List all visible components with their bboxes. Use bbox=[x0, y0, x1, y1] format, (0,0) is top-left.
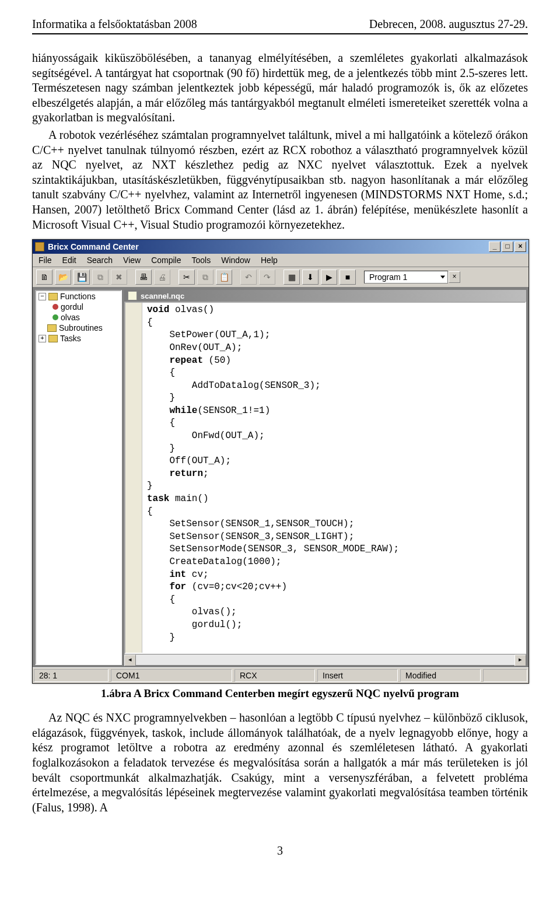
editor-window: scannel.nqc void olvas() { SetPower(OUT_… bbox=[124, 290, 526, 665]
close-button[interactable]: × bbox=[514, 242, 526, 252]
tree-item-olvas[interactable]: olvas bbox=[36, 312, 121, 323]
menu-file[interactable]: File bbox=[38, 256, 52, 265]
figure-caption: 1.ábra A Bricx Command Centerben megírt … bbox=[32, 687, 528, 700]
save-button[interactable]: 💾 bbox=[74, 270, 90, 285]
scroll-left-button[interactable]: ◂ bbox=[124, 654, 136, 666]
folder-icon bbox=[48, 293, 58, 300]
redo-button[interactable]: ↷ bbox=[259, 270, 275, 285]
scroll-right-button[interactable]: ▸ bbox=[514, 654, 526, 666]
print-preview-button[interactable]: 🖶 bbox=[135, 270, 152, 285]
menu-search[interactable]: Search bbox=[87, 256, 113, 265]
tree-tasks[interactable]: + Tasks bbox=[36, 333, 121, 344]
menu-compile[interactable]: Compile bbox=[151, 256, 181, 265]
code-editor[interactable]: void olvas() { SetPower(OUT_A,1); OnRev(… bbox=[124, 302, 526, 654]
folder-icon bbox=[48, 335, 58, 342]
header-right: Debrecen, 2008. augusztus 27-29. bbox=[369, 18, 528, 31]
bricx-window: Bricx Command Center _ □ × File Edit Sea… bbox=[32, 239, 529, 684]
app-icon bbox=[35, 242, 44, 251]
gutter bbox=[125, 303, 142, 653]
saveall-button[interactable]: ⧉ bbox=[92, 270, 108, 285]
tree-functions[interactable]: − Functions bbox=[36, 291, 121, 302]
close-doc-button[interactable]: ✖ bbox=[111, 270, 127, 285]
body-paragraph-1: hiányosságaik kiküszöbölésében, a tanany… bbox=[32, 51, 528, 125]
tree-label-functions: Functions bbox=[60, 292, 96, 301]
undo-button[interactable]: ↶ bbox=[240, 270, 257, 285]
run-button[interactable]: ▶ bbox=[321, 270, 337, 285]
function-icon bbox=[52, 304, 58, 310]
copy-button[interactable]: ⧉ bbox=[197, 270, 214, 285]
page-number: 3 bbox=[32, 844, 528, 858]
new-button[interactable]: 🗎 bbox=[36, 270, 52, 285]
editor-filename: scannel.nqc bbox=[141, 292, 184, 300]
cut-button[interactable]: ✂ bbox=[178, 270, 195, 285]
program-close-button[interactable]: × bbox=[449, 271, 460, 283]
code-explorer[interactable]: − Functions gordul olvas Subroutines bbox=[35, 290, 122, 665]
function-icon bbox=[52, 314, 58, 320]
menu-view[interactable]: View bbox=[123, 256, 141, 265]
menu-window[interactable]: Window bbox=[221, 256, 250, 265]
menu-tools[interactable]: Tools bbox=[192, 256, 211, 265]
statusbar: 28: 1 COM1 RCX Insert Modified bbox=[33, 667, 528, 683]
menu-edit[interactable]: Edit bbox=[62, 256, 76, 265]
status-state: Modified bbox=[400, 669, 481, 682]
folder-icon bbox=[47, 324, 57, 332]
open-button[interactable]: 📂 bbox=[55, 270, 71, 285]
header-rule bbox=[32, 33, 528, 34]
minimize-button[interactable]: _ bbox=[489, 242, 501, 252]
print-button[interactable]: 🖨 bbox=[154, 270, 170, 285]
maximize-button[interactable]: □ bbox=[502, 242, 513, 252]
status-mode: Insert bbox=[317, 669, 398, 682]
toolbar: 🗎 📂 💾 ⧉ ✖ 🖶 🖨 ✂ ⧉ 📋 ↶ ↷ ▦ ⬇ ▶ ■ Program … bbox=[33, 267, 528, 288]
tree-subroutines[interactable]: Subroutines bbox=[36, 323, 121, 333]
titlebar[interactable]: Bricx Command Center _ □ × bbox=[33, 240, 528, 254]
status-filler bbox=[483, 669, 527, 682]
status-cursor: 28: 1 bbox=[34, 669, 108, 682]
stop-button[interactable]: ■ bbox=[340, 270, 356, 285]
document-icon bbox=[128, 291, 137, 300]
program-selector-label: Program 1 bbox=[369, 272, 407, 282]
menubar: File Edit Search View Compile Tools Wind… bbox=[33, 254, 528, 267]
menu-help[interactable]: Help bbox=[261, 256, 278, 265]
status-target: RCX bbox=[235, 669, 315, 682]
paste-button[interactable]: 📋 bbox=[216, 270, 232, 285]
tree-item-gordul[interactable]: gordul bbox=[36, 302, 121, 312]
compile-button[interactable]: ▦ bbox=[284, 270, 300, 285]
tree-label-tasks: Tasks bbox=[60, 334, 81, 343]
tree-item-label: gordul bbox=[61, 302, 83, 312]
header-left: Informatika a felsőoktatásban 2008 bbox=[32, 18, 197, 31]
tree-label-subroutines: Subroutines bbox=[59, 323, 103, 332]
window-title: Bricx Command Center bbox=[48, 242, 139, 251]
program-selector[interactable]: Program 1 × bbox=[364, 271, 448, 284]
status-port: COM1 bbox=[111, 669, 232, 682]
tree-item-label: olvas bbox=[61, 313, 80, 322]
body-paragraph-3: Az NQC és NXC programnyelvekben – hasonl… bbox=[32, 710, 528, 815]
download-button[interactable]: ⬇ bbox=[302, 270, 318, 285]
source-code[interactable]: void olvas() { SetPower(OUT_A,1); OnRev(… bbox=[142, 303, 404, 653]
horizontal-scrollbar[interactable]: ◂ ▸ bbox=[124, 654, 526, 665]
body-paragraph-2: A robotok vezérléséhez számtalan program… bbox=[32, 128, 528, 232]
editor-titlebar[interactable]: scannel.nqc bbox=[124, 290, 526, 302]
page-header: Informatika a felsőoktatásban 2008 Debre… bbox=[32, 18, 528, 31]
